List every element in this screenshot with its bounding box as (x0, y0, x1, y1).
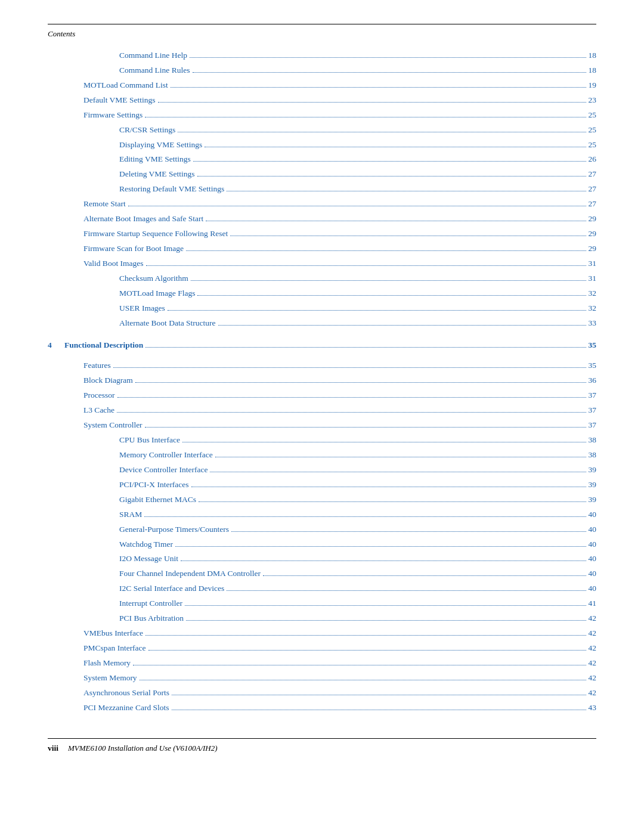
toc-link[interactable]: I2C Serial Interface and Devices (119, 583, 224, 595)
toc-page: 39 (589, 479, 597, 491)
toc-link[interactable]: PCI Bus Arbitration (119, 612, 184, 625)
toc-row: PCI/PCI-X Interfaces39 (48, 479, 596, 491)
toc-page: 39 (589, 494, 597, 506)
toc-row: Deleting VME Settings27 (48, 168, 596, 181)
toc-row: Firmware Startup Sequence Following Rese… (48, 228, 596, 240)
toc-link[interactable]: Firmware Scan for Boot Image (83, 243, 184, 255)
toc-link[interactable]: Command Line Rules (119, 64, 190, 77)
toc-page: 37 (589, 419, 597, 432)
toc-row: Features35 (48, 360, 596, 372)
toc-page: 42 (589, 642, 597, 655)
toc-page: 26 (589, 153, 597, 166)
toc-page: 40 (589, 568, 597, 580)
toc-link[interactable]: Firmware Settings (83, 109, 143, 122)
toc-link[interactable]: PCI/PCI-X Interfaces (119, 479, 189, 491)
toc-dots (128, 206, 586, 206)
toc-dots (186, 250, 586, 251)
toc-link[interactable]: Displaying VME Settings (119, 139, 202, 151)
toc-dots (186, 620, 586, 621)
toc-page: 43 (589, 702, 597, 714)
toc-link[interactable]: SRAM (119, 509, 142, 521)
toc-dots (230, 236, 586, 236)
toc-link[interactable]: VMEbus Interface (83, 627, 143, 640)
toc-link[interactable]: Restoring Default VME Settings (119, 183, 224, 196)
toc-link[interactable]: Processor (83, 389, 115, 402)
toc-link[interactable]: Remote Start (83, 198, 126, 210)
toc-link[interactable]: Checksum Algorithm (119, 272, 188, 285)
toc-link[interactable]: Features (83, 360, 111, 372)
toc-link[interactable]: I2O Message Unit (119, 553, 178, 565)
toc-dots (185, 605, 586, 606)
chapter-number: 4 (48, 339, 60, 352)
toc-row: USER Images32 (48, 302, 596, 315)
toc-row: MOTLoad Image Flags32 (48, 287, 596, 300)
toc-dots (158, 102, 586, 103)
toc-page: 31 (589, 272, 597, 285)
toc-page: 40 (589, 553, 597, 565)
toc-row: Firmware Settings25 (48, 109, 596, 122)
toc-row: SRAM40 (48, 509, 596, 521)
toc-link[interactable]: PCI Mezzanine Card Slots (83, 702, 169, 714)
toc-link[interactable]: Watchdog Timer (119, 538, 173, 551)
toc-dots (117, 397, 586, 398)
toc-link[interactable]: CR/CSR Settings (119, 124, 175, 137)
toc-page: 29 (589, 228, 597, 240)
toc-link[interactable]: Command Line Help (119, 49, 187, 62)
toc-row: Flash Memory42 (48, 657, 596, 670)
toc-row: Displaying VME Settings25 (48, 139, 596, 151)
toc-row: Valid Boot Images31 (48, 258, 596, 270)
toc-page: 18 (589, 64, 597, 77)
toc-dots (191, 487, 586, 487)
toc-page: 41 (589, 597, 597, 610)
toc-row: Memory Controller Interface38 (48, 449, 596, 462)
toc-page: 35 (589, 360, 597, 372)
toc-link[interactable]: Gigabit Ethernet MACs (119, 494, 196, 506)
toc-page: 40 (589, 524, 597, 536)
toc-link[interactable]: Memory Controller Interface (119, 449, 213, 462)
toc-dots (197, 176, 586, 176)
toc-link[interactable]: System Memory (83, 672, 137, 685)
toc-link[interactable]: System Controller (83, 419, 143, 432)
toc-link[interactable]: Deleting VME Settings (119, 168, 195, 181)
toc-row: PCI Mezzanine Card Slots43 (48, 702, 596, 714)
toc-link[interactable]: Alternate Boot Images and Safe Start (83, 213, 203, 225)
toc-link[interactable]: Four Channel Independent DMA Controller (119, 568, 261, 580)
chapter-row: 4Functional Description35 (48, 339, 596, 352)
toc-dots (193, 72, 586, 73)
toc-row: Interrupt Controller41 (48, 597, 596, 610)
toc-link[interactable]: Default VME Settings (83, 94, 156, 107)
toc-dots (215, 457, 586, 457)
toc-link[interactable]: CPU Bus Interface (119, 434, 180, 447)
toc-link[interactable]: Block Diagram (83, 374, 133, 387)
toc-link[interactable]: Flash Memory (83, 657, 131, 670)
header-rule (48, 24, 596, 24)
toc-row: Four Channel Independent DMA Controller4… (48, 568, 596, 580)
toc-page: 40 (589, 583, 597, 595)
toc-dots (171, 87, 586, 88)
toc-link[interactable]: Device Controller Interface (119, 464, 208, 476)
toc-link[interactable]: Editing VME Settings (119, 153, 191, 166)
toc-page: 18 (589, 49, 597, 62)
toc-link[interactable]: MOTLoad Image Flags (119, 287, 195, 300)
toc-dots (210, 472, 586, 472)
toc-link[interactable]: Valid Boot Images (83, 258, 144, 270)
chapter-page: 35 (589, 339, 597, 352)
toc-link[interactable]: L3 Cache (83, 404, 114, 417)
toc-link[interactable]: PMCspan Interface (83, 642, 146, 655)
toc-link[interactable]: MOTLoad Command List (83, 79, 168, 92)
toc-link[interactable]: General-Purpose Timers/Counters (119, 524, 229, 536)
toc-link[interactable]: Interrupt Controller (119, 597, 182, 610)
chapter-link[interactable]: Functional Description (64, 339, 143, 352)
toc-link[interactable]: Asynchronous Serial Ports (83, 687, 169, 699)
toc-link[interactable]: USER Images (119, 302, 165, 315)
toc-page: 38 (589, 434, 597, 447)
toc-row: Alternate Boot Images and Safe Start29 (48, 213, 596, 225)
toc-row: Editing VME Settings26 (48, 153, 596, 166)
toc-row: MOTLoad Command List19 (48, 79, 596, 92)
toc-link[interactable]: Alternate Boot Data Structure (119, 317, 216, 330)
toc-page: 38 (589, 449, 597, 462)
toc-dots (191, 280, 586, 281)
toc-link[interactable]: Firmware Startup Sequence Following Rese… (83, 228, 228, 240)
toc-row: Processor37 (48, 389, 596, 402)
toc-dots (113, 367, 586, 368)
